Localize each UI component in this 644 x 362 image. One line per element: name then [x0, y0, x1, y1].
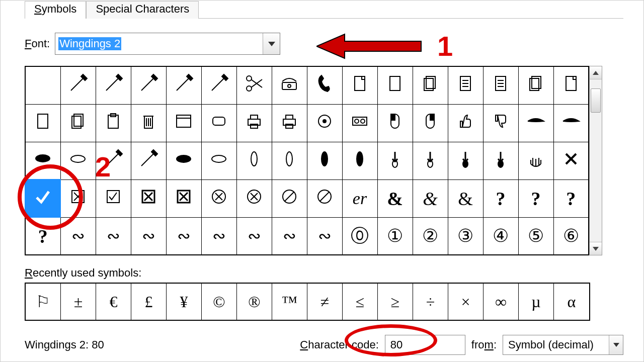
symbol-cell-document-lines-2[interactable] [483, 66, 518, 104]
scroll-down-button[interactable] [590, 242, 602, 255]
symbol-cell-documents-stack[interactable] [518, 66, 553, 104]
symbol-cell-hand-down-2[interactable] [413, 142, 448, 179]
symbol-cell-circled-0[interactable]: ⓪ [342, 217, 377, 255]
recent-symbol[interactable]: ± [61, 284, 96, 320]
symbol-cell-hand-vert-2[interactable] [272, 142, 307, 179]
symbol-cell-question-2[interactable]: ? [518, 179, 553, 217]
recent-symbol[interactable]: ∞ [484, 284, 519, 320]
character-code-input[interactable]: 80 [385, 335, 465, 355]
symbol-cell-marker[interactable] [166, 66, 201, 104]
symbol-cell-box-x-1[interactable] [131, 179, 166, 217]
recent-symbol[interactable]: ≥ [378, 284, 413, 320]
symbol-cell-question-4[interactable]: ? [25, 217, 60, 255]
recent-symbol[interactable]: µ [519, 284, 554, 320]
symbol-cell-flourish-swirl[interactable]: ∾ [96, 217, 131, 255]
symbol-cell-hand-spread[interactable] [518, 142, 553, 179]
symbol-cell-check-mark[interactable] [25, 179, 60, 217]
symbol-cell-hand-down-dark-1[interactable] [448, 142, 483, 179]
symbol-cell-brush[interactable] [131, 66, 166, 104]
symbol-cell-tablet-portrait[interactable] [25, 104, 60, 142]
symbol-cell-mouse-left[interactable] [377, 104, 413, 142]
symbol-cell-question-3[interactable]: ? [553, 179, 589, 217]
symbol-cell-ampersand-italic[interactable]: & [413, 179, 448, 217]
recent-symbol[interactable]: © [202, 284, 237, 320]
symbol-cell-x-mark[interactable] [553, 142, 589, 179]
symbol-cell-flourish-wave-1[interactable]: ∾ [201, 217, 236, 255]
from-select[interactable]: Symbol (decimal) [503, 335, 623, 355]
symbol-cell-thumbs-down[interactable] [483, 104, 518, 142]
symbol-cell-tablets-stack[interactable] [60, 104, 96, 142]
scroll-track[interactable] [590, 79, 602, 242]
symbol-cell-flourish-wave-4[interactable]: ∾ [307, 217, 342, 255]
symbol-cell-pen-thin[interactable] [60, 66, 96, 104]
recent-symbol[interactable]: ≠ [307, 284, 343, 320]
symbol-cell-circle-x-1[interactable] [201, 179, 236, 217]
symbol-cell-pen-wide[interactable] [96, 66, 131, 104]
recent-symbol[interactable]: α [554, 284, 589, 320]
tab-special-characters[interactable]: Special Characters [86, 1, 199, 19]
symbol-cell-scissors-open[interactable] [201, 66, 236, 104]
symbol-cell-window[interactable] [166, 104, 201, 142]
symbol-cell-ampersand-bold[interactable]: & [377, 179, 413, 217]
symbol-cell-circle-x-2[interactable] [236, 179, 272, 217]
symbol-cell-scissors-closed[interactable] [236, 66, 272, 104]
recent-symbol[interactable]: ÷ [413, 284, 448, 320]
symbol-cell-page-earmark[interactable] [553, 66, 589, 104]
scroll-thumb[interactable] [591, 88, 601, 113]
symbol-cell-hand-right-wing[interactable] [553, 104, 589, 142]
recent-symbol[interactable]: ⚐ [26, 284, 61, 320]
symbol-cell-hand-vert-1[interactable] [236, 142, 272, 179]
scroll-up-button[interactable] [590, 66, 602, 79]
symbol-cell-rounded-rect[interactable] [201, 104, 236, 142]
symbol-cell-printer-1[interactable] [236, 104, 272, 142]
symbol-cell-hand-vert-dark-2[interactable] [342, 142, 377, 179]
symbol-cell-circled-1[interactable]: ① [377, 217, 413, 255]
symbol-cell-flourish-cs[interactable]: ∾ [60, 217, 96, 255]
symbol-cell-hand-down-1[interactable] [377, 142, 413, 179]
recent-symbol[interactable]: ® [237, 284, 272, 320]
symbol-cell-hand-flat-left-light[interactable] [60, 142, 96, 179]
symbol-cell-hand-flat-left-dark[interactable] [25, 142, 60, 179]
symbol-cell-box-x-2[interactable] [166, 179, 201, 217]
symbol-cell-circled-6[interactable]: ⑥ [553, 217, 589, 255]
symbol-cell-checkbox-check[interactable] [96, 179, 131, 217]
symbol-cell-prohibit-2[interactable] [307, 179, 342, 217]
symbol-cell-hand-vert-dark-1[interactable] [307, 142, 342, 179]
from-select-dropdown-button[interactable] [609, 335, 623, 354]
symbol-cell-circled-3[interactable]: ③ [448, 217, 483, 255]
symbol-cell-disc[interactable] [307, 104, 342, 142]
symbol-cell-hand-open-right[interactable] [131, 142, 166, 179]
symbol-cell-hand-left-wing[interactable] [518, 104, 553, 142]
symbol-cell-circled-4[interactable]: ④ [483, 217, 518, 255]
symbol-cell-tape-drive[interactable] [342, 104, 377, 142]
symbol-cell-flourish-so-1[interactable]: ∾ [131, 217, 166, 255]
symbol-cell-trash-can[interactable] [131, 104, 166, 142]
recent-symbol[interactable]: ≤ [343, 284, 378, 320]
font-select[interactable]: Wingdings 2 [55, 33, 280, 55]
symbol-cell-hand-down-dark-2[interactable] [483, 142, 518, 179]
symbol-cell-mouse-right[interactable] [413, 104, 448, 142]
symbol-cell-clipboard[interactable] [96, 104, 131, 142]
symbol-cell-flourish-wave-2[interactable]: ∾ [236, 217, 272, 255]
symbol-cell-hand-point-right-dark[interactable] [166, 142, 201, 179]
symbol-cell-telephone-handset[interactable] [307, 66, 342, 104]
grid-scrollbar[interactable] [589, 66, 602, 255]
recent-symbol[interactable]: × [448, 284, 484, 320]
symbol-cell-thumbs-up[interactable] [448, 104, 483, 142]
symbol-cell-page-blank[interactable] [377, 66, 413, 104]
font-select-dropdown-button[interactable] [263, 33, 280, 54]
recent-symbol[interactable]: £ [131, 284, 167, 320]
symbol-cell-ampersand-small[interactable]: & [448, 179, 483, 217]
symbol-cell-circled-5[interactable]: ⑤ [518, 217, 553, 255]
symbol-cell-pages-stack[interactable] [413, 66, 448, 104]
recent-symbol[interactable]: € [96, 284, 131, 320]
symbol-cell-prohibit-1[interactable] [272, 179, 307, 217]
symbol-cell-printer-2[interactable] [272, 104, 307, 142]
symbol-cell-hand-point-right-2[interactable] [201, 142, 236, 179]
symbol-cell-flourish-so-2[interactable]: ∾ [166, 217, 201, 255]
symbol-cell-circled-2[interactable]: ② [413, 217, 448, 255]
recent-symbol[interactable]: ¥ [167, 284, 202, 320]
symbol-cell-page-corner[interactable] [342, 66, 377, 104]
symbol-cell-telephone-desk[interactable] [272, 66, 307, 104]
symbol-cell-script-er[interactable]: er [342, 179, 377, 217]
